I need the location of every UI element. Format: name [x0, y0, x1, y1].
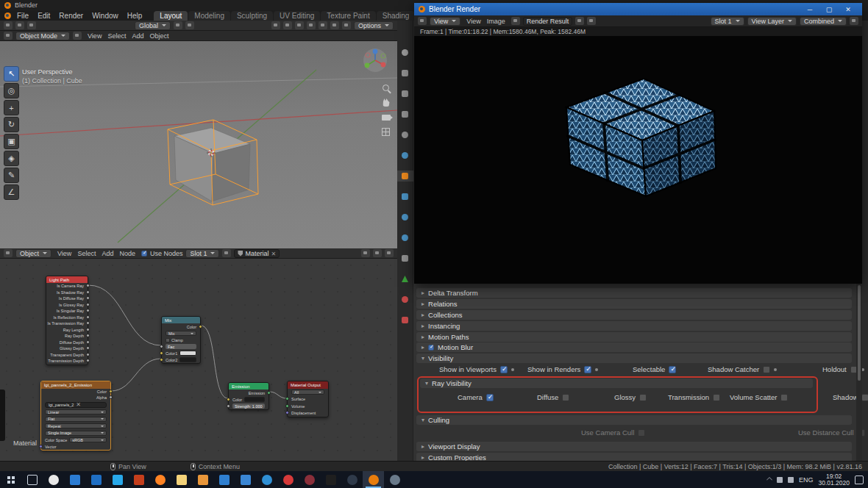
- source-dropdown[interactable]: Single Image: [45, 431, 107, 436]
- projection-dropdown[interactable]: Flat: [45, 417, 107, 422]
- node-mix[interactable]: Mix Color Mix Clamp Fac Color1 Color2: [161, 316, 201, 364]
- open-image-icon[interactable]: [587, 17, 596, 25]
- shading-solid-icon[interactable]: [319, 21, 327, 29]
- viewport-tool-button[interactable]: ↻: [4, 117, 19, 132]
- output-socket[interactable]: [267, 391, 271, 395]
- topbar-menu-item[interactable]: File: [13, 12, 33, 20]
- move-view-icon[interactable]: [380, 97, 391, 108]
- option-checkbox[interactable]: [861, 394, 868, 401]
- workspace-tab[interactable]: Shading: [377, 11, 416, 21]
- display-channels-icon[interactable]: [850, 17, 858, 25]
- strength-slider[interactable]: Strength: 1.000: [232, 403, 265, 409]
- input-socket[interactable]: [285, 411, 289, 415]
- navigation-gizmo[interactable]: [362, 47, 388, 73]
- camera-view-icon[interactable]: [380, 112, 391, 123]
- snap-magnet-icon[interactable]: [174, 21, 182, 29]
- node-canvas[interactable]: Light Path Is Camera RayIs Shadow RayIs …: [0, 259, 397, 461]
- workspace-tab[interactable]: Texture Paint: [321, 11, 375, 21]
- tray-chevron-icon[interactable]: [766, 476, 772, 482]
- material-preview-icon[interactable]: [222, 249, 231, 257]
- viewport-menu-item[interactable]: Add: [129, 32, 146, 40]
- xray-toggle-icon[interactable]: [295, 21, 304, 29]
- properties-section-header[interactable]: Relations: [416, 299, 852, 309]
- taskbar-app-button[interactable]: [341, 471, 363, 488]
- workspace-tab[interactable]: Sculpting: [231, 11, 273, 21]
- proportional-editing-icon[interactable]: [185, 21, 194, 29]
- mode-dropdown[interactable]: Object Mode: [15, 32, 70, 40]
- properties-section-motion-blur[interactable]: Motion Blur: [416, 342, 852, 352]
- output-socket[interactable]: [86, 303, 90, 306]
- shader-type-dropdown[interactable]: Object: [15, 249, 51, 258]
- properties-section-header[interactable]: Delta Transform: [416, 288, 852, 298]
- view-layer-dropdown[interactable]: View Layer: [747, 17, 797, 26]
- overlay-toggle-icon[interactable]: [385, 249, 394, 257]
- output-socket[interactable]: [109, 395, 113, 399]
- render-slot-dropdown[interactable]: Slot 1: [711, 17, 744, 26]
- image-datablock-field[interactable]: Render Result: [523, 17, 573, 26]
- properties-tab[interactable]: [397, 294, 413, 305]
- animate-dot-icon[interactable]: [774, 368, 777, 371]
- show-overlays-icon[interactable]: [283, 21, 292, 29]
- unlink-material-icon[interactable]: [271, 250, 276, 257]
- pin-icon[interactable]: [361, 249, 370, 257]
- viewport-menu-item[interactable]: Object: [146, 32, 171, 40]
- toggle-ortho-icon[interactable]: [380, 126, 391, 137]
- color1-swatch[interactable]: [179, 351, 196, 356]
- taskbar-app-button[interactable]: [149, 471, 171, 488]
- input-socket[interactable]: [160, 358, 163, 362]
- show-gizmo-icon[interactable]: [271, 21, 280, 29]
- taskbar-app-button[interactable]: [363, 471, 384, 488]
- image-mode-dropdown[interactable]: View: [430, 17, 460, 26]
- properties-tab[interactable]: [397, 88, 413, 99]
- render-pass-dropdown[interactable]: Combined: [800, 17, 847, 26]
- shading-wireframe-icon[interactable]: [307, 21, 316, 29]
- editor-type-icon[interactable]: [4, 32, 13, 40]
- emission-color-swatch[interactable]: [244, 397, 265, 402]
- node-material-output[interactable]: Material Output All Surface Volume Displ…: [287, 381, 329, 417]
- viewport-canvas[interactable]: User Perspective (1) Collection | Cube ↖…: [0, 41, 397, 248]
- properties-section-header[interactable]: Collections: [416, 310, 852, 320]
- taskbar-app-button[interactable]: [299, 471, 320, 488]
- fac-slider[interactable]: Fac: [166, 344, 196, 349]
- shading-material-icon[interactable]: [330, 21, 339, 29]
- slot-dropdown[interactable]: Slot 1: [185, 249, 219, 258]
- option-checkbox[interactable]: [780, 394, 788, 401]
- node-editor-menu-item[interactable]: View: [54, 250, 74, 257]
- color2-swatch[interactable]: [179, 357, 196, 362]
- properties-section-header[interactable]: Instancing: [416, 321, 852, 331]
- input-socket[interactable]: [285, 397, 289, 401]
- sidebar-tab-handle[interactable]: [0, 390, 5, 441]
- properties-tab[interactable]: [397, 150, 413, 161]
- input-socket[interactable]: [285, 404, 289, 408]
- viewport-tool-button[interactable]: +: [4, 100, 19, 115]
- input-socket[interactable]: [160, 351, 163, 355]
- image-editor-menu-item[interactable]: Image: [484, 18, 508, 25]
- option-checkbox[interactable]: [638, 429, 645, 437]
- image-browse-icon[interactable]: [511, 17, 520, 25]
- taskbar-app-button[interactable]: [384, 471, 405, 488]
- tool-options-icon[interactable]: [27, 21, 36, 29]
- workspace-tab[interactable]: Layout: [154, 11, 188, 21]
- output-socket[interactable]: [86, 315, 90, 319]
- properties-tab[interactable]: [397, 253, 413, 264]
- taskbar-app-button[interactable]: [107, 471, 128, 488]
- minimize-button[interactable]: ─: [800, 3, 819, 15]
- render-result-canvas[interactable]: [414, 36, 862, 284]
- properties-section-header[interactable]: Viewport Display: [416, 442, 852, 451]
- input-socket[interactable]: [227, 404, 230, 408]
- active-tool-icon[interactable]: [4, 21, 13, 29]
- viewport-tool-button[interactable]: ▣: [4, 134, 19, 149]
- option-checkbox[interactable]: [486, 394, 494, 401]
- option-checkbox[interactable]: [562, 394, 569, 401]
- output-socket[interactable]: [109, 390, 113, 393]
- properties-tab[interactable]: [397, 47, 413, 58]
- maximize-button[interactable]: ▢: [819, 3, 839, 15]
- properties-section-culling[interactable]: Culling: [416, 415, 852, 425]
- output-socket[interactable]: [86, 328, 90, 331]
- extension-dropdown[interactable]: Repeat: [45, 423, 107, 428]
- transform-orientation-dropdown[interactable]: Global: [135, 21, 171, 30]
- taskbar-app-button[interactable]: [192, 471, 213, 488]
- render-window-titlebar[interactable]: Blender Render ─ ▢ ✕: [414, 3, 862, 15]
- taskbar-app-button[interactable]: [64, 471, 85, 488]
- viewport-tool-button[interactable]: ◈: [4, 151, 19, 166]
